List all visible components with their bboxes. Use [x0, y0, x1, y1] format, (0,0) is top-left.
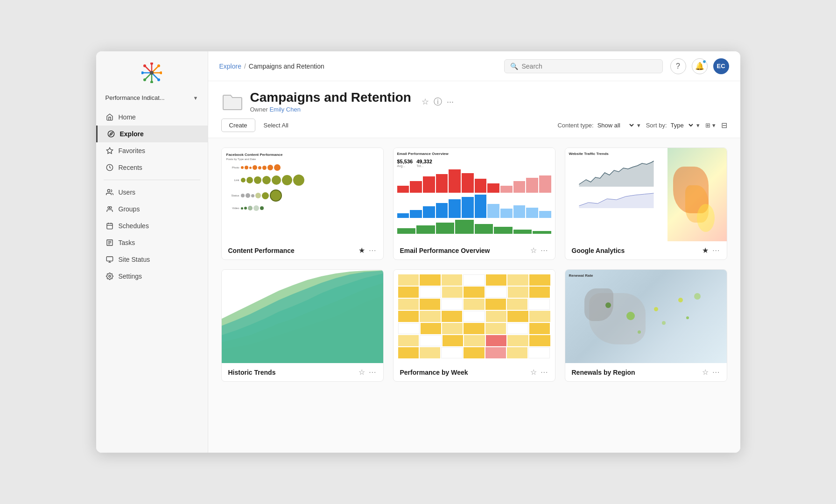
search-icon: 🔍 [510, 63, 518, 70]
breadcrumb-explore[interactable]: Explore [219, 63, 241, 70]
card-preview-google-analytics: Website Traffic Trends [565, 148, 727, 241]
content-type-label: Content type: [557, 122, 593, 129]
sidebar-label-recents: Recents [119, 164, 142, 171]
create-button[interactable]: Create [221, 119, 255, 132]
card-footer-content-performance: Content Performance ★ ··· [222, 241, 383, 259]
toolbar-row: Create Select All Content type: Show all… [221, 119, 727, 132]
page-title-text: Campaigns and Retention Owner Emily Chen [250, 91, 411, 113]
card-footer-email-performance: Email Performance Overview ☆ ··· [393, 241, 555, 259]
card-menu-performance-week[interactable]: ··· [541, 368, 548, 377]
main-content: Explore / Campaigns and Retention 🔍 ? 🔔 … [208, 51, 740, 453]
filter-icon[interactable]: ⊟ [721, 121, 727, 130]
chevron-down-icon: ▼ [193, 95, 198, 101]
svg-point-16 [150, 71, 154, 75]
card-preview-performance-week [393, 270, 555, 363]
sidebar-label-groups: Groups [119, 205, 140, 213]
calendar-icon [105, 222, 114, 230]
svg-point-17 [108, 131, 114, 137]
title-actions: ☆ ⓘ ··· [422, 96, 454, 107]
card-menu-content-performance[interactable]: ··· [369, 246, 376, 255]
content-type-filter[interactable]: Content type: Show all Workbooks Views ▾ [557, 121, 640, 129]
topbar: Explore / Campaigns and Retention 🔍 ? 🔔 … [208, 51, 740, 81]
sidebar-label-settings: Settings [119, 273, 142, 280]
home-icon [105, 113, 114, 121]
card-star-google-analytics[interactable]: ★ [702, 246, 709, 255]
svg-marker-42 [222, 270, 383, 363]
svg-point-35 [109, 275, 111, 277]
sidebar-item-schedules[interactable]: Schedules [96, 217, 208, 234]
sidebar-item-tasks[interactable]: Tasks [96, 234, 208, 251]
card-footer-google-analytics: Google Analytics ★ ··· [565, 241, 727, 259]
content-type-select[interactable]: Show all Workbooks Views [596, 121, 635, 129]
card-menu-email-performance[interactable]: ··· [541, 246, 548, 255]
card-historic-trends[interactable]: Historic Trends ☆ ··· [221, 269, 384, 382]
sidebar-label-site-status: Site Status [119, 256, 150, 263]
cards-grid: Facebook Content Performance Posts by Ty… [221, 147, 727, 382]
view-toggle[interactable]: ⊞ ▾ [705, 122, 716, 129]
sort-by-filter[interactable]: Sort by: Type Name Date ▾ [646, 121, 700, 129]
sidebar-label-schedules: Schedules [119, 222, 149, 230]
help-button[interactable]: ? [670, 58, 686, 74]
monitor-icon [105, 255, 114, 264]
card-star-renewals-region[interactable]: ☆ [702, 368, 709, 377]
sidebar-nav: Home Explore Favorites Recents [96, 109, 208, 445]
sidebar-item-settings[interactable]: Settings [96, 268, 208, 285]
search-input[interactable] [522, 63, 657, 70]
info-icon[interactable]: ⓘ [434, 96, 442, 107]
card-menu-renewals-region[interactable]: ··· [712, 368, 720, 377]
svg-rect-24 [107, 224, 112, 229]
breadcrumb-separator: / [244, 63, 246, 70]
workspace-selector[interactable]: Performance Indicat... ▼ [96, 91, 208, 109]
card-renewals-region[interactable]: Renewal Rate [565, 269, 727, 382]
grid-view-icon[interactable]: ⊞ [705, 122, 710, 129]
card-menu-historic-trends[interactable]: ··· [369, 368, 376, 377]
toolbar-right: Content type: Show all Workbooks Views ▾… [557, 121, 727, 130]
card-title-content-performance: Content Performance [228, 247, 355, 254]
sidebar-item-site-status[interactable]: Site Status [96, 251, 208, 268]
svg-marker-36 [579, 161, 653, 187]
svg-marker-19 [106, 147, 112, 154]
page-title-row: Campaigns and Retention Owner Emily Chen… [221, 91, 727, 113]
card-title-historic-trends: Historic Trends [228, 369, 355, 376]
card-star-historic-trends[interactable]: ☆ [358, 368, 365, 377]
card-footer-historic-trends: Historic Trends ☆ ··· [222, 363, 383, 381]
avatar[interactable]: EC [713, 58, 729, 74]
svg-point-15 [157, 78, 160, 81]
content-area: Facebook Content Performance Posts by Ty… [208, 138, 740, 453]
card-content-performance[interactable]: Facebook Content Performance Posts by Ty… [221, 147, 384, 260]
star-icon [105, 147, 114, 155]
favorite-star-icon[interactable]: ☆ [422, 97, 429, 107]
card-preview-renewals-region: Renewal Rate [565, 270, 727, 363]
search-bar[interactable]: 🔍 [504, 59, 663, 73]
sidebar-label-favorites: Favorites [119, 147, 146, 154]
sidebar-item-home[interactable]: Home [96, 109, 208, 126]
card-preview-historic-trends [222, 270, 383, 363]
card-title-email-performance: Email Performance Overview [400, 247, 527, 254]
card-email-performance[interactable]: Email Performance Overview $5,536Avg... … [393, 147, 555, 260]
sidebar-item-favorites[interactable]: Favorites [96, 142, 208, 159]
card-title-renewals-region: Renewals by Region [572, 369, 699, 376]
sidebar-item-groups[interactable]: Groups [96, 201, 208, 217]
sort-by-select[interactable]: Type Name Date [669, 121, 695, 129]
card-menu-google-analytics[interactable]: ··· [712, 246, 720, 255]
page-header: Campaigns and Retention Owner Emily Chen… [208, 81, 740, 138]
card-google-analytics[interactable]: Website Traffic Trends [565, 147, 727, 260]
notifications-button[interactable]: 🔔 [692, 58, 708, 74]
sidebar-item-explore[interactable]: Explore [96, 126, 208, 142]
owner-label: Owner [250, 106, 268, 113]
gear-icon [105, 272, 114, 280]
map-chart: Renewal Rate [565, 270, 727, 363]
card-star-content-performance[interactable]: ★ [358, 246, 365, 255]
card-performance-week[interactable]: Performance by Week ☆ ··· [393, 269, 555, 382]
card-star-performance-week[interactable]: ☆ [530, 368, 537, 377]
sidebar-item-users[interactable]: Users [96, 184, 208, 201]
card-title-google-analytics: Google Analytics [572, 247, 699, 254]
more-options-icon[interactable]: ··· [447, 97, 454, 107]
select-all-button[interactable]: Select All [260, 119, 292, 132]
groups-icon [105, 205, 114, 213]
owner-name[interactable]: Emily Chen [269, 106, 300, 113]
page-title: Campaigns and Retention [250, 91, 411, 105]
card-star-email-performance[interactable]: ☆ [530, 246, 537, 255]
svg-point-9 [150, 81, 153, 83]
sidebar-item-recents[interactable]: Recents [96, 159, 208, 176]
